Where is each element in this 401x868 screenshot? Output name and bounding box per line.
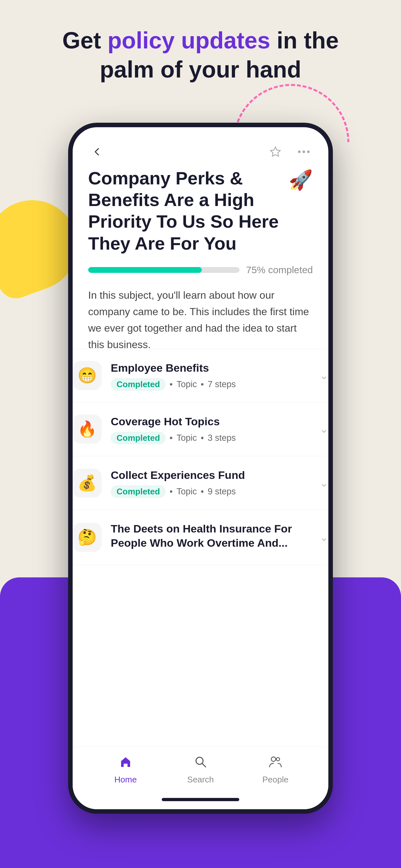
article-description: In this subject, you'll learn about how …	[88, 287, 313, 349]
header-text-end: in the	[270, 27, 339, 53]
topic-emoji-1: 🔥	[73, 414, 102, 444]
topic-dot2-1: •	[201, 433, 204, 443]
article-title: Company Perks & Benefits Are a High Prio…	[88, 167, 313, 254]
progress-label: 75% completed	[246, 265, 313, 275]
topic-dot-1: •	[169, 433, 173, 443]
nav-label-search: Search	[187, 775, 214, 785]
topic-type-0: Topic	[177, 379, 197, 390]
svg-point-5	[271, 757, 276, 762]
topic-meta-1: Completed • Topic • 3 steps	[111, 432, 311, 444]
home-bar	[162, 798, 239, 801]
phone-mockup: Company Perks & Benefits Are a High Prio…	[68, 123, 333, 814]
topic-title-2: Collect Experiences Fund	[111, 468, 311, 482]
svg-point-1	[303, 151, 305, 153]
search-icon	[193, 755, 208, 772]
star-icon	[269, 145, 282, 158]
more-icon	[297, 150, 310, 154]
topic-meta-0: Completed • Topic • 7 steps	[111, 378, 311, 391]
svg-point-0	[298, 151, 301, 153]
progress-section: 75% completed	[88, 265, 313, 275]
header-text-accent: policy updates	[107, 27, 270, 53]
nav-item-home[interactable]: Home	[106, 755, 145, 785]
topic-type-1: Topic	[177, 433, 197, 443]
bottom-nav: Home Search	[73, 747, 328, 790]
topic-dot-2: •	[169, 487, 173, 497]
topic-emoji-3: 🤔	[73, 523, 102, 552]
topic-title-1: Coverage Hot Topics	[111, 414, 311, 429]
header-title: Get policy updates in the palm of your h…	[19, 26, 382, 84]
topic-steps-0: 7 steps	[208, 379, 236, 390]
topic-status-2: Completed	[111, 485, 166, 498]
svg-point-6	[276, 757, 280, 761]
header-text-line2: palm of your hand	[100, 57, 301, 82]
nav-item-search[interactable]: Search	[181, 755, 220, 785]
phone-content: Company Perks & Benefits Are a High Prio…	[73, 127, 328, 809]
topic-chevron-0: ⌄	[320, 369, 328, 382]
topic-info-2: Collect Experiences Fund Completed • Top…	[111, 468, 311, 498]
top-bar	[73, 127, 328, 167]
topic-emoji-0: 😁	[73, 361, 102, 390]
topic-info-1: Coverage Hot Topics Completed • Topic • …	[111, 414, 311, 444]
topic-title-0: Employee Benefits	[111, 361, 311, 375]
nav-item-people[interactable]: People	[256, 755, 295, 785]
topic-dot-0: •	[169, 379, 173, 390]
header-text-normal: Get	[62, 27, 107, 53]
topic-chevron-1: ⌄	[320, 423, 328, 435]
back-icon	[92, 147, 102, 157]
spacer	[73, 565, 328, 747]
header-section: Get policy updates in the palm of your h…	[0, 26, 401, 84]
topic-status-0: Completed	[111, 378, 166, 391]
home-icon	[119, 755, 133, 772]
topic-info-3: The Deets on Health Insurance For People…	[111, 522, 311, 553]
top-bar-actions	[266, 143, 313, 161]
svg-point-2	[307, 151, 310, 153]
topic-list: 😁 Employee Benefits Completed • Topic • …	[73, 349, 328, 565]
topic-type-2: Topic	[177, 487, 197, 497]
topic-dot2-0: •	[201, 379, 204, 390]
rocket-emoji: 🚀	[289, 168, 313, 192]
back-button[interactable]	[88, 143, 106, 161]
topic-item-2[interactable]: 💰 Collect Experiences Fund Completed • T…	[73, 456, 328, 510]
topic-chevron-3: ⌄	[320, 531, 328, 544]
star-button[interactable]	[266, 143, 284, 161]
topic-info-0: Employee Benefits Completed • Topic • 7 …	[111, 361, 311, 391]
nav-label-people: People	[263, 775, 289, 785]
topic-chevron-2: ⌄	[320, 477, 328, 489]
topic-steps-1: 3 steps	[208, 433, 236, 443]
svg-line-4	[202, 764, 206, 767]
topic-emoji-2: 💰	[73, 469, 102, 498]
topic-meta-2: Completed • Topic • 9 steps	[111, 485, 311, 498]
topic-steps-2: 9 steps	[208, 487, 236, 497]
topic-item-3[interactable]: 🤔 The Deets on Health Insurance For Peop…	[73, 510, 328, 565]
article-content: Company Perks & Benefits Are a High Prio…	[73, 167, 328, 349]
topic-status-1: Completed	[111, 432, 166, 444]
home-indicator	[73, 790, 328, 809]
topic-item-1[interactable]: 🔥 Coverage Hot Topics Completed • Topic …	[73, 403, 328, 456]
nav-label-home: Home	[114, 775, 136, 785]
topic-title-3: The Deets on Health Insurance For People…	[111, 522, 311, 550]
progress-bar-background	[88, 267, 240, 273]
people-icon	[268, 755, 282, 772]
topic-item-0[interactable]: 😁 Employee Benefits Completed • Topic • …	[73, 349, 328, 403]
more-button[interactable]	[295, 143, 313, 161]
progress-bar-fill	[88, 267, 202, 273]
topic-dot2-2: •	[201, 487, 204, 497]
article-title-text: Company Perks & Benefits Are a High Prio…	[88, 167, 283, 254]
